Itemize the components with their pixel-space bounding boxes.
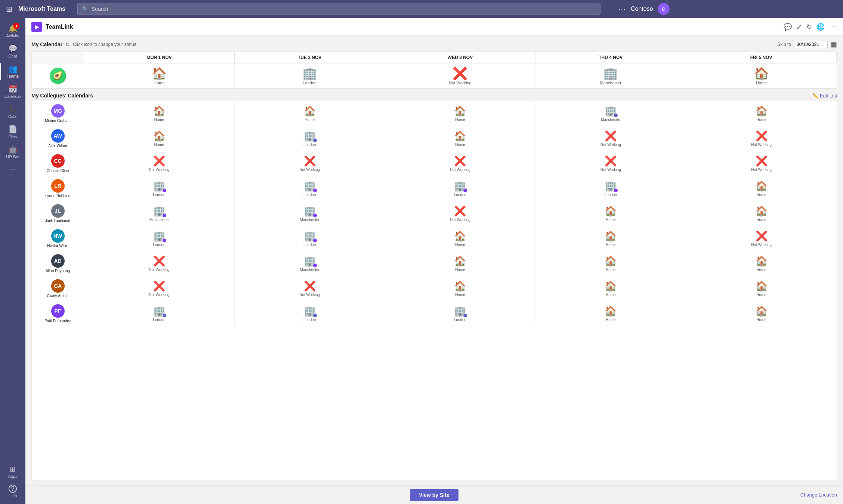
sidebar-item-hrbot[interactable]: 🤖 HR Bot: [0, 142, 25, 162]
colleague-status-cell[interactable]: 🏢London: [235, 301, 385, 326]
sidebar-item-help[interactable]: ? Help: [6, 482, 19, 501]
colleague-status-cell[interactable]: ❌Not Working: [385, 201, 536, 226]
status-text: Home: [455, 118, 465, 122]
colleague-status-cell[interactable]: 🏢London: [235, 176, 385, 201]
status-text: London: [303, 318, 316, 322]
colleague-status-cell[interactable]: 🏠Home: [535, 201, 686, 226]
skip-to-date-input[interactable]: [794, 41, 828, 48]
office-blue-status-icon: 🏢: [153, 305, 165, 317]
colleague-status-cell[interactable]: ❌Not Working: [235, 276, 385, 301]
my-status-tue[interactable]: 🏢 London: [235, 63, 385, 88]
my-status-wed[interactable]: ❌ Not Working: [385, 63, 536, 88]
colleague-status-cell[interactable]: 🏠Home: [385, 101, 536, 126]
sidebar-item-apps[interactable]: ⊞ Apps: [6, 461, 19, 482]
colleague-status-cell[interactable]: 🏢London: [84, 301, 235, 326]
colleague-status-cell[interactable]: 🏠Home: [686, 301, 837, 326]
colleague-status-cell[interactable]: 🏠Home: [84, 126, 235, 151]
sidebar-more[interactable]: ···: [0, 162, 25, 176]
colleague-status-cell[interactable]: 🏠Home: [686, 251, 837, 276]
sidebar-item-calls[interactable]: 📞 Calls: [0, 102, 25, 122]
colleague-info: MGMiriam Graham: [32, 101, 84, 126]
colleague-status-cell[interactable]: 🏢London: [385, 176, 536, 201]
edit-list-button[interactable]: ✏️ Edit List: [812, 93, 837, 99]
colleague-status-cell[interactable]: ❌Not Working: [686, 151, 837, 176]
colleague-status-cell[interactable]: 🏠Home: [385, 126, 536, 151]
my-status-fri[interactable]: 🏠 Home: [686, 63, 837, 88]
status-label: Home: [154, 81, 164, 85]
status-text: Not Working: [600, 168, 621, 172]
colleague-status-cell[interactable]: 🏠Home: [535, 226, 686, 251]
colleague-status-cell[interactable]: 🏢London: [84, 176, 235, 201]
colleague-status-cell[interactable]: ❌Not Working: [385, 151, 536, 176]
calendar-icon: 📅: [8, 84, 18, 93]
sidebar-item-activity[interactable]: 🔔 1 Activity: [0, 21, 25, 41]
colleague-status-cell[interactable]: 🏢London: [84, 226, 235, 251]
chat-action-icon[interactable]: 💬: [784, 23, 792, 31]
my-status-mon[interactable]: 🏠 Home: [84, 63, 235, 88]
colleague-status-cell[interactable]: 🏠Home: [686, 176, 837, 201]
colleague-status-cell[interactable]: ❌Not Working: [686, 226, 837, 251]
colleague-status-cell[interactable]: 🏠Home: [535, 301, 686, 326]
status-text: Not Working: [450, 218, 470, 222]
colleague-status-cell[interactable]: ❌Not Working: [235, 151, 385, 176]
more-actions-icon[interactable]: ···: [829, 23, 837, 31]
colleague-status-cell[interactable]: 🏠Home: [385, 251, 536, 276]
colleague-status-cell[interactable]: 🏢London: [385, 301, 536, 326]
activity-badge: 1: [13, 23, 19, 29]
status-text: Home: [305, 118, 315, 122]
sidebar-item-chat[interactable]: 💬 Chat: [0, 41, 25, 61]
colleague-status-cell[interactable]: 🏢Manchester: [235, 201, 385, 226]
expand-icon[interactable]: ⤢: [796, 23, 802, 31]
my-status-thu[interactable]: 🏢 Manchester: [535, 63, 686, 88]
search-bar[interactable]: 🔍: [77, 3, 600, 15]
colleague-status-cell[interactable]: 🏠Home: [535, 251, 686, 276]
office-purple-status-icon: 🏢: [304, 255, 316, 267]
colleague-status-cell[interactable]: ❌Not Working: [535, 151, 686, 176]
colleague-status-cell[interactable]: 🏠Home: [686, 201, 837, 226]
colleague-status-cell[interactable]: 🏢London: [235, 226, 385, 251]
colleague-status-cell[interactable]: ❌Not Working: [84, 276, 235, 301]
change-location-link[interactable]: Change Location: [800, 492, 837, 498]
colleague-status-cell[interactable]: ❌Not Working: [535, 126, 686, 151]
refresh-icon[interactable]: ↻: [806, 23, 812, 31]
user-avatar[interactable]: C: [658, 3, 670, 15]
colleague-status-cell[interactable]: 🏠Home: [686, 101, 837, 126]
colleague-status-cell[interactable]: 🏠Home: [535, 276, 686, 301]
colleague-name: Miriam Graham: [45, 119, 71, 123]
home-status-icon: 🏠: [605, 280, 617, 292]
day-label: THU 4 NOV: [599, 55, 623, 60]
hrbot-icon: 🤖: [8, 145, 18, 154]
my-avatar[interactable]: 🥑: [50, 68, 66, 84]
globe-icon[interactable]: 🌐: [816, 23, 825, 31]
colleague-status-cell[interactable]: 🏠Home: [385, 276, 536, 301]
colleague-status-cell[interactable]: 🏠Home: [84, 101, 235, 126]
sidebar-item-calendar[interactable]: 📅 Calendar: [0, 81, 25, 102]
notworking-status-icon: ❌: [453, 66, 467, 81]
app-grid-icon[interactable]: ⊞: [6, 4, 12, 13]
sidebar-item-files[interactable]: 📄 Files: [0, 122, 25, 142]
colleague-status-cell[interactable]: 🏠Home: [686, 276, 837, 301]
colleague-status-cell[interactable]: ❌Not Working: [84, 151, 235, 176]
colleague-status-cell[interactable]: 🏢Manchester: [235, 251, 385, 276]
home-status-icon: 🏠: [153, 130, 165, 142]
colleague-status-cell[interactable]: 🏢London: [535, 176, 686, 201]
colleague-status-cell[interactable]: 🏢London: [235, 126, 385, 151]
view-by-site-button[interactable]: View by Site: [410, 489, 458, 501]
colleague-status-cell[interactable]: ❌Not Working: [686, 126, 837, 151]
more-options-icon[interactable]: ···: [618, 5, 626, 13]
sidebar-item-teams[interactable]: 👥 Teams: [0, 61, 25, 81]
colleague-status-cell[interactable]: ❌Not Working: [84, 251, 235, 276]
calendar-hint: Click icon to change your status: [73, 42, 136, 47]
colleagues-scroll[interactable]: MGMiriam Graham🏠Home🏠Home🏠Home🏢Mancheste…: [32, 101, 837, 480]
search-input[interactable]: [92, 6, 596, 12]
status-text: Not Working: [751, 143, 772, 147]
colleague-avatar: LR: [51, 179, 65, 193]
status-text: London: [454, 193, 466, 197]
colleague-avatar: AD: [51, 254, 65, 268]
colleague-status-cell[interactable]: 🏠Home: [385, 226, 536, 251]
colleague-status-cell[interactable]: 🏢Manchester: [84, 201, 235, 226]
status-refresh-icon[interactable]: ↻: [65, 41, 70, 47]
colleague-status-cell[interactable]: 🏢Manchester: [535, 101, 686, 126]
colleague-status-cell[interactable]: 🏠Home: [235, 101, 385, 126]
grid-view-icon[interactable]: ▦: [831, 40, 837, 49]
